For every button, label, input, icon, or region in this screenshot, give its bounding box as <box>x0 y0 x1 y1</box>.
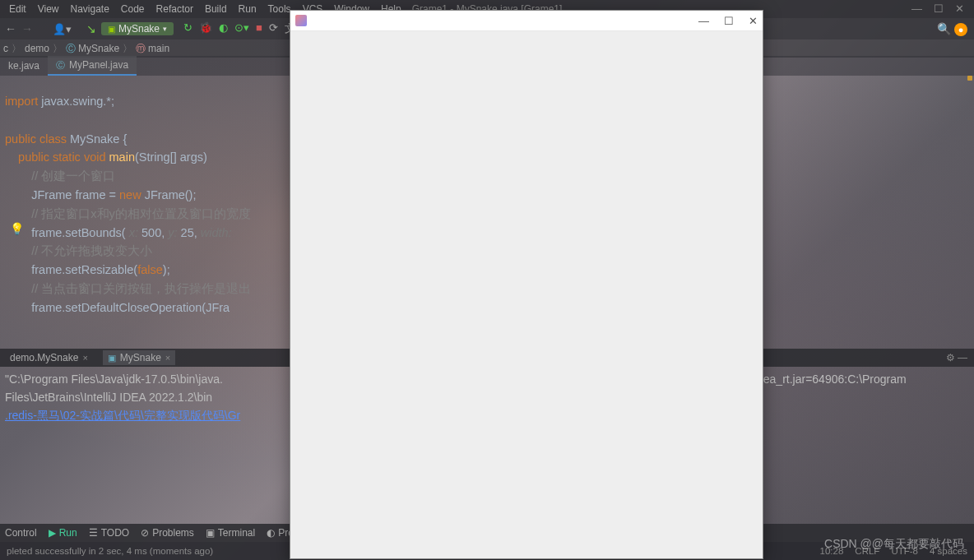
breadcrumb-item[interactable]: c <box>3 43 8 54</box>
terminal-button[interactable]: ▣Terminal <box>206 527 255 539</box>
run-tab-demo[interactable]: demo.MySnake× <box>5 350 93 365</box>
back-icon[interactable]: ← <box>5 22 16 35</box>
swing-minimize-icon[interactable]: — <box>698 15 709 27</box>
menu-edit[interactable]: Edit <box>3 3 32 15</box>
menu-code[interactable]: Code <box>115 3 151 15</box>
java-swing-window[interactable]: — ☐ ✕ <box>290 10 763 559</box>
window-controls: — ☐ ✕ <box>902 0 974 18</box>
close-icon[interactable]: ✕ <box>955 0 964 18</box>
stop-icon[interactable]: ■ <box>256 21 262 36</box>
close-tab-icon[interactable]: × <box>82 353 87 363</box>
menu-refactor[interactable]: Refactor <box>151 3 199 15</box>
java-icon <box>295 15 307 26</box>
warning-icon: ⊘ <box>141 527 149 539</box>
menu-view[interactable]: View <box>32 3 65 15</box>
breadcrumb-item[interactable]: ⒸMySnake <box>66 42 119 56</box>
debug-icon[interactable]: 🐞 <box>199 21 212 36</box>
method-icon: ⓜ <box>136 42 146 56</box>
status-message: pleted successfully in 2 sec, 4 ms (mome… <box>7 546 213 556</box>
profile-icon[interactable]: ⊙▾ <box>234 21 249 36</box>
menu-navigate[interactable]: Navigate <box>64 3 114 15</box>
close-tab-icon[interactable]: × <box>165 353 170 363</box>
forward-icon[interactable]: → <box>21 22 33 35</box>
problems-button[interactable]: ⊘Problems <box>141 527 194 539</box>
list-icon: ☰ <box>89 527 98 539</box>
swing-content-pane <box>290 31 763 558</box>
settings-icon[interactable]: ⚙ — <box>946 352 967 363</box>
search-icon[interactable]: 🔍 ● <box>937 22 967 36</box>
swing-maximize-icon[interactable]: ☐ <box>724 15 734 27</box>
menu-run[interactable]: Run <box>233 3 262 15</box>
run-icon[interactable]: ↻ <box>183 21 192 36</box>
coverage-icon[interactable]: ◐ <box>219 21 228 36</box>
version-control-button[interactable]: Control <box>5 527 37 539</box>
minimize-icon[interactable]: — <box>911 0 922 18</box>
hammer-icon[interactable]: ↘ <box>86 22 96 35</box>
todo-button[interactable]: ☰TODO <box>89 527 129 539</box>
terminal-icon: ▣ <box>206 527 215 539</box>
watermark: CSDN @@每天都要敲代码 <box>824 537 964 552</box>
tab-kejava[interactable]: ke.java <box>0 56 48 76</box>
menu-build[interactable]: Build <box>199 3 233 15</box>
swing-close-icon[interactable]: ✕ <box>749 15 758 27</box>
breadcrumb-item[interactable]: demo <box>25 43 49 54</box>
class-icon: ▣ <box>108 353 116 363</box>
run-config-selector[interactable]: MySnake▾ <box>101 22 174 35</box>
run-button[interactable]: ▶Run <box>49 527 77 539</box>
intention-bulb-icon[interactable]: 💡 <box>10 220 24 238</box>
class-icon: Ⓒ <box>56 59 65 72</box>
class-icon: Ⓒ <box>66 42 76 56</box>
console-link[interactable]: .redis-黑马\02-实战篇\代码\完整实现版代码\Gr <box>5 409 240 422</box>
breadcrumb-item[interactable]: ⓜmain <box>136 42 169 56</box>
maximize-icon[interactable]: ☐ <box>934 0 944 18</box>
warning-marker-icon[interactable] <box>967 76 972 81</box>
run-tab-mysnake[interactable]: ▣MySnake× <box>103 350 175 365</box>
update-icon[interactable]: ⟳ <box>269 21 278 36</box>
tab-mypanel[interactable]: ⒸMyPanel.java <box>48 56 137 76</box>
add-config-icon[interactable]: 👤▾ <box>53 23 72 35</box>
profiler-icon: ◐ <box>267 527 275 539</box>
avatar-icon: ● <box>954 23 967 36</box>
swing-title-bar[interactable]: — ☐ ✕ <box>290 11 763 31</box>
play-icon: ▶ <box>49 527 56 539</box>
